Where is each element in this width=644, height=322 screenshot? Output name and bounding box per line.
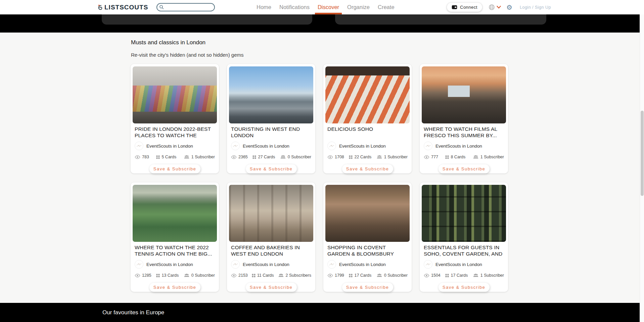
subscribers-stat: 1 Subscriber: [473, 273, 504, 278]
list-card[interactable]: SHOPPING IN COVENT GARDEN & BLOOMSBURY E…: [323, 182, 412, 292]
partial-card[interactable]: [335, 14, 546, 24]
grid-icon: [156, 155, 160, 159]
save-subscribe-button[interactable]: Save & Subscribe: [246, 283, 297, 292]
settings-gear-icon[interactable]: ⚙: [506, 0, 512, 14]
scrollbar-track[interactable]: [640, 0, 644, 322]
list-card[interactable]: DELICIOUS SOHO EventScouts in London 170…: [323, 64, 412, 173]
card-author-row: EventScouts in London: [231, 142, 311, 150]
cards-stat: 17 Cards: [445, 273, 468, 278]
views-stat: 1799: [327, 273, 344, 278]
eye-icon: [424, 274, 429, 277]
list-card[interactable]: WHERE TO WATCH FILMS AL FRESCO THIS SUMM…: [420, 64, 508, 173]
subscribers-count: 0 Subscriber: [384, 273, 408, 278]
subscribers-count: 0 Subscriber: [288, 155, 311, 159]
grid-icon: [445, 155, 449, 159]
login-signup-link[interactable]: Login / Sign Up: [520, 0, 551, 14]
save-subscribe-button[interactable]: Save & Subscribe: [439, 164, 490, 173]
grid-icon: [349, 155, 353, 159]
connect-button-label: Connect: [460, 5, 477, 10]
chevron-down-icon: [497, 6, 501, 9]
list-card[interactable]: ESSENTIALS FOR GUESTS IN SOHO, COVENT GA…: [420, 182, 508, 292]
grid-icon: [252, 274, 256, 277]
people-icon: [473, 155, 479, 159]
subscribers-count: 1 Subscriber: [480, 155, 504, 159]
save-subscribe-button[interactable]: Save & Subscribe: [149, 164, 200, 173]
card-stats-row: 1504 17 Cards: [424, 273, 504, 278]
card-title: ESSENTIALS FOR GUESTS IN SOHO, COVENT GA…: [424, 245, 504, 257]
save-subscribe-button[interactable]: Save & Subscribe: [149, 283, 200, 292]
views-stat: 2365: [231, 155, 248, 159]
people-icon: [473, 273, 479, 277]
views-count: 783: [142, 155, 149, 159]
author-name: EventScouts in London: [146, 262, 193, 267]
save-subscribe-button[interactable]: Save & Subscribe: [342, 164, 393, 173]
language-selector[interactable]: [489, 0, 501, 14]
card-image: [229, 185, 313, 242]
views-count: 1708: [335, 155, 344, 159]
author-name: EventScouts in London: [339, 144, 386, 149]
subscribers-count: 1 Subscriber: [191, 155, 215, 159]
partial-card[interactable]: [102, 14, 312, 24]
card-title: WHERE TO WATCH THE 2022 TENNIS ACTION ON…: [135, 245, 215, 257]
subscribers-count: 0 Subscriber: [191, 273, 215, 278]
subscribers-stat: 1 Subscriber: [184, 155, 215, 159]
nav-item-home[interactable]: Home: [257, 0, 271, 14]
search-input[interactable]: [156, 3, 215, 11]
card-stats-row: 1285 13 Cards: [135, 273, 215, 278]
card-title: PRIDE IN LONDON 2022-BEST PLACES TO WATC…: [135, 126, 215, 139]
scrollbar-thumb[interactable]: [641, 111, 644, 196]
author-name: EventScouts in London: [435, 144, 482, 149]
list-card[interactable]: COFFEE AND BAKERIES IN WEST END LONDON E…: [227, 182, 315, 292]
list-card[interactable]: PRIDE IN LONDON 2022-BEST PLACES TO WATC…: [131, 64, 219, 173]
cards-stat: 17 Cards: [349, 273, 371, 278]
subscribers-stat: 0 Subscriber: [376, 273, 408, 278]
subscribers-stat: 2 Subscribers: [278, 273, 311, 278]
site-logo[interactable]: LISTSCOUTS: [96, 0, 148, 14]
save-subscribe-button[interactable]: Save & Subscribe: [246, 164, 297, 173]
views-count: 1799: [335, 273, 344, 278]
author-avatar: [135, 142, 143, 150]
save-subscribe-button[interactable]: Save & Subscribe: [342, 283, 393, 292]
nav-item-notifications[interactable]: Notifications: [279, 0, 310, 14]
people-icon: [184, 155, 190, 159]
card-author-row: EventScouts in London: [424, 260, 504, 269]
author-name: EventScouts in London: [435, 262, 482, 267]
section-title: Musts and classics in London: [131, 39, 205, 46]
card-stats-row: 1708 22 Cards: [327, 155, 408, 159]
main-nav: Home Notifications Discover Organize Cre…: [257, 0, 395, 14]
author-name: EventScouts in London: [146, 144, 193, 149]
list-card[interactable]: TOURISTING IN WEST END LONDON EventScout…: [227, 64, 315, 173]
people-icon: [376, 273, 382, 277]
eye-icon: [135, 274, 140, 277]
subscribers-stat: 1 Subscriber: [376, 155, 408, 159]
eye-icon: [135, 155, 140, 159]
people-icon: [376, 155, 382, 159]
card-title: DELICIOUS SOHO: [327, 126, 408, 139]
views-stat: 1708: [327, 155, 344, 159]
card-title: WHERE TO WATCH FILMS AL FRESCO THIS SUMM…: [424, 126, 504, 139]
subscribers-count: 1 Subscriber: [384, 155, 408, 159]
list-card[interactable]: WHERE TO WATCH THE 2022 TENNIS ACTION ON…: [131, 182, 219, 292]
views-count: 2153: [238, 273, 248, 278]
cards-stat: 22 Cards: [349, 155, 371, 159]
nav-item-discover[interactable]: Discover: [318, 0, 339, 14]
card-title: COFFEE AND BAKERIES IN WEST END LONDON: [231, 245, 311, 257]
nav-item-organize[interactable]: Organize: [347, 0, 370, 14]
views-count: 2365: [238, 155, 248, 159]
card-title: TOURISTING IN WEST END LONDON: [231, 126, 311, 139]
card-grid: PRIDE IN LONDON 2022-BEST PLACES TO WATC…: [131, 64, 508, 292]
save-subscribe-button[interactable]: Save & Subscribe: [439, 283, 490, 292]
nav-item-create[interactable]: Create: [378, 0, 395, 14]
cards-stat: 27 Cards: [252, 155, 275, 159]
cards-stat: 11 Cards: [252, 273, 274, 278]
card-stats-row: 1799 17 Cards: [327, 273, 408, 278]
author-avatar: [327, 260, 336, 269]
views-stat: 1504: [424, 273, 441, 278]
grid-icon: [445, 274, 449, 277]
subscribers-count: 1 Subscriber: [480, 273, 504, 278]
cards-count: 17 Cards: [451, 273, 468, 278]
logo-text: LISTSCOUTS: [104, 4, 148, 11]
card-image: [422, 66, 506, 123]
card-stats-row: 777 8 Cards: [424, 155, 504, 159]
connect-button[interactable]: Connect: [447, 3, 482, 12]
